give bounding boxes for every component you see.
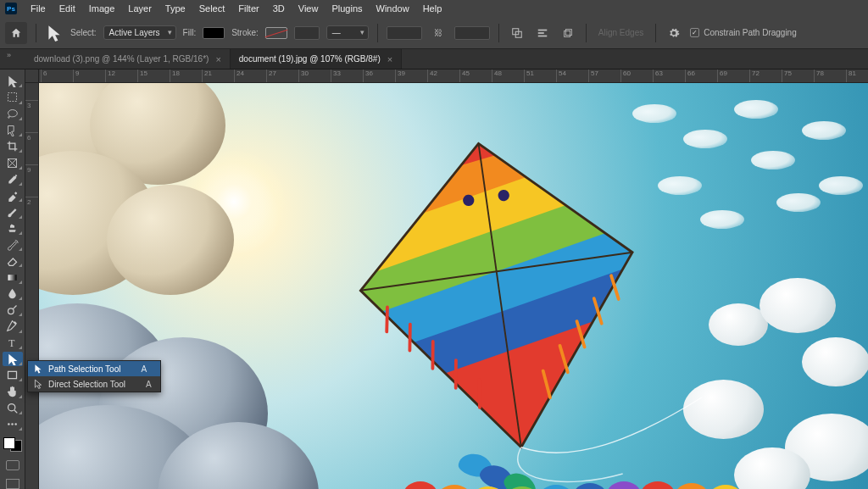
vertical-ruler[interactable]: 3692 xyxy=(25,83,39,489)
link-icon[interactable]: ⛓ xyxy=(429,24,448,42)
cloud-wisp xyxy=(700,210,744,229)
type-tool[interactable]: T xyxy=(3,336,23,350)
close-icon[interactable]: × xyxy=(387,54,392,64)
divider xyxy=(498,24,499,42)
select-mode-dropdown[interactable]: Active Layers xyxy=(103,25,176,40)
move-tool[interactable] xyxy=(3,74,23,88)
divider xyxy=(586,24,587,42)
cloud-wisp xyxy=(751,151,795,169)
edit-toolbar[interactable] xyxy=(3,417,23,431)
document-tab-label: download (3).png @ 144% (Layer 1, RGB/16… xyxy=(34,54,209,64)
ruler-tick: 6 xyxy=(25,132,38,142)
menu-view[interactable]: View xyxy=(292,1,326,16)
stroke-width-input[interactable] xyxy=(294,26,320,40)
gear-icon[interactable] xyxy=(665,24,683,42)
ruler-tick: 30 xyxy=(298,69,309,82)
canvas[interactable] xyxy=(39,83,868,489)
stroke-style-dropdown[interactable]: — xyxy=(326,25,369,40)
ruler-tick: 63 xyxy=(653,69,663,82)
fill-label: Fill: xyxy=(183,28,197,37)
crop-tool[interactable] xyxy=(3,139,23,153)
history-brush-tool[interactable] xyxy=(3,237,23,252)
menu-window[interactable]: Window xyxy=(370,1,416,16)
menu-image[interactable]: Image xyxy=(82,1,122,16)
home-button[interactable] xyxy=(5,22,27,44)
ruler-tick: 69 xyxy=(717,69,727,82)
frame-tool[interactable] xyxy=(3,155,23,169)
cloud-graphic xyxy=(683,380,764,439)
constrain-path-dragging-checkbox[interactable]: ✓ Constrain Path Dragging xyxy=(690,28,797,37)
menu-plugins[interactable]: Plugins xyxy=(325,1,369,16)
menu-filter[interactable]: Filter xyxy=(231,1,265,16)
flyout-path-selection-tool[interactable]: Path Selection Tool A xyxy=(28,361,160,376)
ruler-tick: 57 xyxy=(588,69,598,82)
stroke-swatch[interactable] xyxy=(265,27,287,39)
ruler-tick: 24 xyxy=(234,69,244,82)
hand-tool[interactable] xyxy=(3,384,23,398)
expand-chevrons-icon[interactable]: » xyxy=(7,51,11,59)
divider xyxy=(655,24,656,42)
healing-brush-tool[interactable] xyxy=(3,188,23,203)
ruler-origin[interactable] xyxy=(25,69,39,83)
fill-swatch[interactable] xyxy=(203,27,225,39)
screen-mode-switcher[interactable] xyxy=(6,479,19,489)
quick-mask-toggle[interactable] xyxy=(6,460,19,470)
divider xyxy=(36,24,36,42)
document-image xyxy=(39,83,868,489)
width-input[interactable] xyxy=(387,26,422,40)
eraser-tool[interactable] xyxy=(3,253,23,268)
foreground-background-colors[interactable] xyxy=(3,437,22,452)
pen-tool[interactable] xyxy=(3,319,23,333)
close-icon[interactable]: × xyxy=(215,54,220,64)
flyout-direct-selection-tool[interactable]: Direct Selection Tool A xyxy=(28,376,160,392)
lasso-tool[interactable] xyxy=(3,107,23,121)
path-alignment-icon[interactable] xyxy=(533,24,552,42)
ruler-tick: 60 xyxy=(620,69,631,82)
kite-tail xyxy=(437,485,471,489)
path-operations-icon[interactable] xyxy=(508,24,526,42)
height-input[interactable] xyxy=(454,26,490,40)
menu-layer[interactable]: Layer xyxy=(121,1,159,16)
cloud-graphic xyxy=(709,303,768,346)
ruler-tick: 39 xyxy=(395,69,405,82)
menu-file[interactable]: File xyxy=(24,1,53,16)
menu-type[interactable]: Type xyxy=(159,1,192,16)
cloud-graphic xyxy=(802,337,868,386)
align-edges-toggle[interactable]: Align Edges xyxy=(595,28,647,37)
cloud-wisp xyxy=(802,121,846,140)
menu-select[interactable]: Select xyxy=(192,1,232,16)
clone-stamp-tool[interactable] xyxy=(3,221,23,236)
path-selection-tool[interactable] xyxy=(3,352,23,366)
menu-3d[interactable]: 3D xyxy=(266,1,292,16)
menu-edit[interactable]: Edit xyxy=(53,1,82,16)
menu-help[interactable]: Help xyxy=(416,1,449,16)
zoom-tool[interactable] xyxy=(3,401,23,415)
horizontal-ruler[interactable]: 6912151821242730333639424548515457606366… xyxy=(25,69,868,83)
object-select-tool[interactable] xyxy=(3,123,23,137)
ruler-tick: 72 xyxy=(749,69,760,82)
svg-rect-5 xyxy=(564,31,570,36)
brush-tool[interactable] xyxy=(3,204,23,219)
marquee-tool[interactable] xyxy=(3,90,23,104)
cloud-wisp xyxy=(776,193,821,212)
cloud-wisp xyxy=(734,100,778,119)
gradient-tool[interactable] xyxy=(3,270,23,284)
document-tab[interactable]: document (19).jpg @ 107% (RGB/8#) × xyxy=(231,49,402,69)
ruler-tick: 3 xyxy=(25,100,38,109)
blur-tool[interactable] xyxy=(3,286,23,301)
dodge-tool[interactable] xyxy=(3,303,23,317)
options-bar: Select: Active Layers Fill: Stroke: — ⛓ … xyxy=(0,17,868,49)
eyedropper-tool[interactable] xyxy=(3,172,23,186)
svg-rect-7 xyxy=(8,93,17,102)
cloud-wisp xyxy=(658,176,702,195)
cloud-graphic xyxy=(760,278,836,333)
ruler-tick: 51 xyxy=(524,69,534,82)
ruler-tick: 21 xyxy=(202,69,212,82)
path-arrangement-icon[interactable] xyxy=(559,24,577,42)
app-logo[interactable]: Ps xyxy=(5,3,17,14)
tools-panel: T xyxy=(0,69,25,489)
document-tab[interactable]: download (3).png @ 144% (Layer 1, RGB/16… xyxy=(25,49,231,69)
kite-tail xyxy=(641,481,675,489)
ruler-tick: 78 xyxy=(814,69,824,82)
rectangle-tool[interactable] xyxy=(3,368,23,382)
